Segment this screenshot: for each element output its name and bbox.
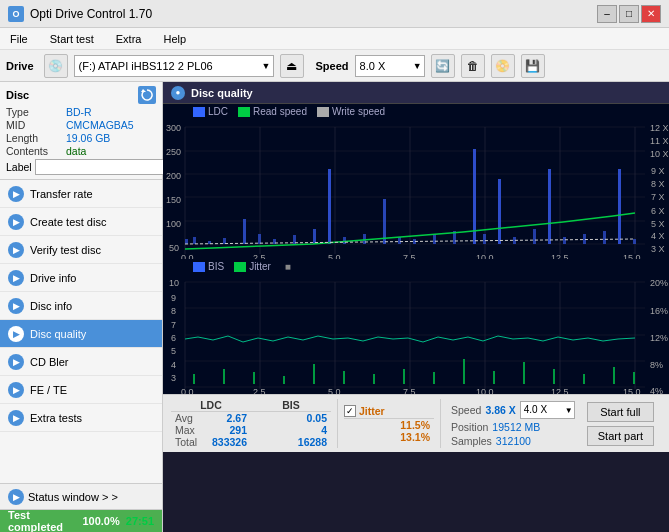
chart2-legend: BIS Jitter ■ xyxy=(163,259,669,274)
total-row-ldc-bis: Total 833326 16288 xyxy=(171,436,331,448)
svg-text:7: 7 xyxy=(171,320,176,330)
svg-rect-56 xyxy=(473,149,476,244)
disc-quality-header-icon: ● xyxy=(171,86,185,100)
max-bis-value: 4 xyxy=(321,424,327,436)
svg-text:50: 50 xyxy=(169,243,179,253)
burn-button[interactable]: 📀 xyxy=(491,54,515,78)
progress-value: 100.0% xyxy=(82,515,119,527)
svg-text:8%: 8% xyxy=(650,360,663,370)
start-part-button[interactable]: Start part xyxy=(587,426,654,446)
drive-icon-btn[interactable]: 💿 xyxy=(44,54,68,78)
svg-text:12 X: 12 X xyxy=(650,123,669,133)
svg-rect-101 xyxy=(253,372,255,384)
svg-text:250: 250 xyxy=(166,147,181,157)
menu-help[interactable]: Help xyxy=(159,31,190,47)
minimize-button[interactable]: – xyxy=(597,5,617,23)
maximize-button[interactable]: □ xyxy=(619,5,639,23)
svg-text:150: 150 xyxy=(166,195,181,205)
divider1 xyxy=(337,399,338,448)
max-ldc-label: Max xyxy=(175,424,195,436)
start-full-button[interactable]: Start full xyxy=(587,402,654,422)
disc-label: Disc xyxy=(6,89,29,101)
disc-quality-icon: ▶ xyxy=(8,326,24,342)
test-completed-bar: Test completed 100.0% 27:51 xyxy=(0,510,162,532)
title-bar-left: O Opti Drive Control 1.70 xyxy=(8,6,152,22)
drive-select[interactable]: (F:) ATAPI iHBS112 2 PL06 xyxy=(74,55,274,77)
speed-stat-select[interactable]: 4.0 X xyxy=(520,401,575,419)
position-info-row: Position 19512 MB xyxy=(451,421,575,433)
sidebar-item-verify-test-disc[interactable]: ▶ Verify test disc xyxy=(0,236,162,264)
jitter-header-row: ✓ Jitter xyxy=(344,405,434,419)
stats-footer: LDC BIS Avg 2.67 0.05 xyxy=(163,394,669,452)
svg-text:11 X: 11 X xyxy=(650,136,669,146)
cd-bler-icon: ▶ xyxy=(8,354,24,370)
disc-info-label: Disc info xyxy=(30,300,72,312)
svg-rect-39 xyxy=(185,239,188,244)
sidebar-item-extra-tests[interactable]: ▶ Extra tests xyxy=(0,404,162,432)
sidebar-item-drive-info[interactable]: ▶ Drive info xyxy=(0,264,162,292)
svg-rect-60 xyxy=(533,229,536,244)
speed-label: Speed xyxy=(316,60,349,72)
bis-color xyxy=(193,262,205,272)
status-window-button[interactable]: ▶ Status window > > xyxy=(0,484,162,510)
cd-bler-label: CD Bler xyxy=(30,356,69,368)
read-speed-color xyxy=(238,107,250,117)
disc-contents-value: data xyxy=(66,145,86,157)
sidebar-item-create-test-disc[interactable]: ▶ Create test disc xyxy=(0,208,162,236)
max-bis-cell: 4 xyxy=(251,424,331,436)
max-jitter-cell: 13.1% xyxy=(344,431,434,443)
svg-text:4: 4 xyxy=(171,360,176,370)
verify-test-disc-icon: ▶ xyxy=(8,242,24,258)
speed-select-wrap: 8.0 X ▼ xyxy=(355,55,425,77)
window-controls: – □ ✕ xyxy=(597,5,661,23)
jitter-color xyxy=(234,262,246,272)
sidebar-item-cd-bler[interactable]: ▶ CD Bler xyxy=(0,348,162,376)
menu-start-test[interactable]: Start test xyxy=(46,31,98,47)
disc-contents-label: Contents xyxy=(6,145,66,157)
speed-select[interactable]: 8.0 X xyxy=(355,55,425,77)
svg-rect-102 xyxy=(283,376,285,384)
svg-rect-40 xyxy=(193,237,196,244)
avg-ldc-cell: Avg 2.67 xyxy=(171,412,251,424)
svg-text:10.0: 10.0 xyxy=(476,387,494,394)
bis-label: BIS xyxy=(208,261,224,272)
sidebar-item-fe-te[interactable]: ▶ FE / TE xyxy=(0,376,162,404)
save-button[interactable]: 💾 xyxy=(521,54,545,78)
menu-extra[interactable]: Extra xyxy=(112,31,146,47)
svg-text:5: 5 xyxy=(171,346,176,356)
close-button[interactable]: ✕ xyxy=(641,5,661,23)
verify-test-disc-label: Verify test disc xyxy=(30,244,101,256)
refresh-button[interactable]: 🔄 xyxy=(431,54,455,78)
disc-label-input[interactable] xyxy=(35,159,168,175)
svg-rect-57 xyxy=(483,234,486,244)
sidebar-item-disc-info[interactable]: ▶ Disc info xyxy=(0,292,162,320)
drive-label: Drive xyxy=(6,60,34,72)
disc-refresh-btn[interactable] xyxy=(138,86,156,104)
total-ldc-cell: Total 833326 xyxy=(171,436,251,448)
eject-button[interactable]: ⏏ xyxy=(280,54,304,78)
chart1-container: LDC Read speed Write speed 300 250 200 1… xyxy=(163,104,669,259)
jitter-checkbox[interactable]: ✓ xyxy=(344,405,356,417)
disc-quality-title: Disc quality xyxy=(191,87,253,99)
disc-panel-header: Disc xyxy=(6,86,156,104)
svg-rect-49 xyxy=(343,237,346,244)
svg-text:10 X: 10 X xyxy=(650,149,669,159)
svg-rect-64 xyxy=(603,231,606,244)
ldc-color xyxy=(193,107,205,117)
svg-text:9: 9 xyxy=(171,293,176,303)
sidebar-item-disc-quality[interactable]: ▶ Disc quality xyxy=(0,320,162,348)
menu-bar: File Start test Extra Help xyxy=(0,28,669,50)
erase-button[interactable]: 🗑 xyxy=(461,54,485,78)
position-value: 19512 MB xyxy=(492,421,540,433)
transfer-rate-label: Transfer rate xyxy=(30,188,93,200)
svg-text:20%: 20% xyxy=(650,278,668,288)
sidebar: Disc Type BD-R MID CMCMAGBA5 Length 19.0… xyxy=(0,82,163,532)
svg-text:6 X: 6 X xyxy=(651,206,665,216)
sidebar-item-transfer-rate[interactable]: ▶ Transfer rate xyxy=(0,180,162,208)
svg-rect-112 xyxy=(583,374,585,384)
svg-rect-52 xyxy=(398,237,401,244)
svg-text:7.5: 7.5 xyxy=(403,387,416,394)
avg-bis-value: 0.05 xyxy=(307,412,327,424)
menu-file[interactable]: File xyxy=(6,31,32,47)
max-jitter-value: 13.1% xyxy=(400,431,430,443)
